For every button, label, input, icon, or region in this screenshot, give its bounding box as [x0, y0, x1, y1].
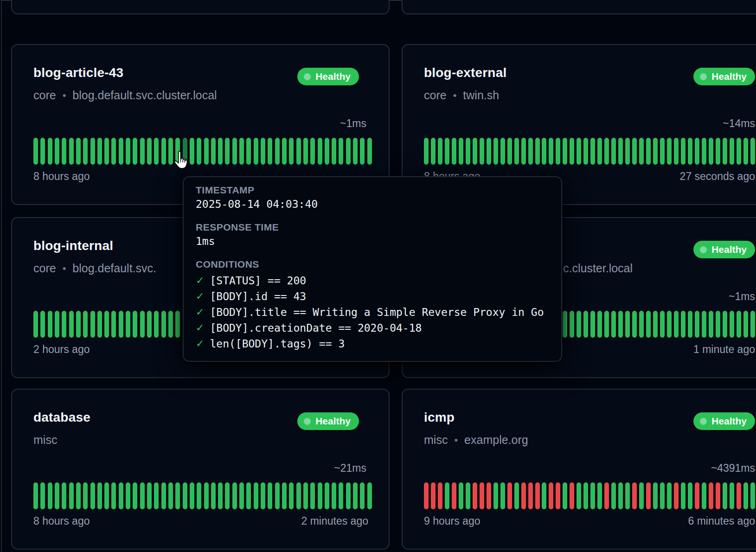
uptime-bar[interactable]	[268, 138, 272, 165]
uptime-bar[interactable]	[632, 482, 637, 509]
uptime-bar[interactable]	[660, 311, 665, 338]
uptime-bar[interactable]	[126, 482, 130, 509]
uptime-bar[interactable]	[119, 311, 123, 338]
uptime-bar[interactable]	[147, 482, 152, 509]
uptime-bar[interactable]	[261, 138, 265, 165]
uptime-bar[interactable]	[424, 482, 429, 509]
uptime-bar[interactable]	[514, 138, 519, 165]
uptime-bar[interactable]	[583, 482, 588, 509]
uptime-bar[interactable]	[660, 138, 665, 165]
uptime-bar[interactable]	[275, 138, 280, 165]
uptime-bar[interactable]	[168, 311, 173, 338]
uptime-bar[interactable]	[218, 138, 223, 165]
uptime-bar[interactable]	[438, 482, 442, 509]
uptime-bar[interactable]	[154, 138, 159, 165]
uptime-bar[interactable]	[104, 138, 109, 165]
uptime-bar[interactable]	[104, 311, 109, 338]
uptime-bar[interactable]	[325, 138, 329, 165]
uptime-bar[interactable]	[332, 138, 336, 165]
uptime-bar[interactable]	[40, 482, 45, 509]
uptime-bar[interactable]	[583, 311, 588, 338]
uptime-bar[interactable]	[577, 311, 581, 338]
uptime-bar[interactable]	[147, 311, 152, 338]
uptime-bar[interactable]	[119, 482, 123, 509]
uptime-bar[interactable]	[445, 138, 449, 165]
uptime-bar[interactable]	[702, 482, 706, 509]
uptime-bar[interactable]	[563, 311, 567, 338]
uptime-bar[interactable]	[556, 138, 560, 165]
uptime-bar[interactable]	[183, 482, 187, 509]
uptime-bar[interactable]	[140, 482, 145, 509]
uptime-bar[interactable]	[254, 138, 258, 165]
uptime-bar[interactable]	[452, 138, 456, 165]
uptime-bar[interactable]	[723, 311, 727, 338]
uptime-bar[interactable]	[604, 138, 609, 165]
uptime-bar[interactable]	[590, 482, 595, 509]
uptime-bar[interactable]	[667, 311, 672, 338]
uptime-bar[interactable]	[69, 138, 74, 165]
uptime-bar[interactable]	[76, 482, 81, 509]
uptime-bar[interactable]	[296, 138, 301, 165]
uptime-bar[interactable]	[500, 482, 505, 509]
uptime-bar[interactable]	[723, 138, 727, 165]
uptime-bar[interactable]	[140, 138, 145, 165]
uptime-bar[interactable]	[161, 311, 166, 338]
uptime-bar[interactable]	[90, 138, 95, 165]
uptime-bar[interactable]	[695, 138, 699, 165]
endpoint-card[interactable]: database misc Healthy ~21ms 8 hours ago …	[11, 389, 390, 550]
uptime-bar[interactable]	[737, 311, 741, 338]
uptime-bar[interactable]	[33, 482, 38, 509]
uptime-bar[interactable]	[563, 138, 567, 165]
uptime-bar[interactable]	[69, 482, 74, 509]
uptime-bar[interactable]	[40, 311, 45, 338]
uptime-bar[interactable]	[62, 482, 66, 509]
uptime-bar[interactable]	[197, 482, 201, 509]
uptime-bar[interactable]	[431, 482, 436, 509]
uptime-bar[interactable]	[197, 138, 201, 165]
uptime-bar[interactable]	[646, 138, 651, 165]
uptime-bar[interactable]	[597, 311, 602, 338]
uptime-bar[interactable]	[577, 482, 581, 509]
uptime-bar[interactable]	[246, 482, 251, 509]
uptime-bar[interactable]	[535, 482, 540, 509]
uptime-bar[interactable]	[424, 138, 429, 165]
uptime-bar[interactable]	[625, 482, 630, 509]
uptime-bar[interactable]	[549, 138, 553, 165]
uptime-bar[interactable]	[211, 138, 216, 165]
uptime-bar[interactable]	[147, 138, 152, 165]
uptime-bar[interactable]	[83, 482, 88, 509]
uptime-bar[interactable]	[466, 482, 470, 509]
uptime-bar[interactable]	[702, 138, 706, 165]
uptime-bar[interactable]	[318, 138, 322, 165]
uptime-bar[interactable]	[473, 138, 477, 165]
uptime-bar[interactable]	[225, 138, 230, 165]
uptime-bar[interactable]	[583, 138, 588, 165]
uptime-bar[interactable]	[239, 482, 244, 509]
uptime-bar[interactable]	[743, 138, 748, 165]
uptime-bar[interactable]	[97, 138, 102, 165]
uptime-bar[interactable]	[48, 482, 52, 509]
uptime-bar[interactable]	[353, 482, 358, 509]
uptime-bar[interactable]	[681, 311, 686, 338]
uptime-bar[interactable]	[466, 138, 470, 165]
uptime-bar[interactable]	[667, 482, 672, 509]
uptime-bar[interactable]	[325, 482, 329, 509]
uptime-bar[interactable]	[332, 482, 336, 509]
uptime-bar[interactable]	[611, 138, 616, 165]
uptime-bar[interactable]	[48, 138, 52, 165]
uptime-bar[interactable]	[346, 482, 351, 509]
uptime-bar[interactable]	[646, 311, 651, 338]
uptime-bar[interactable]	[723, 482, 727, 509]
uptime-bar[interactable]	[353, 138, 358, 165]
uptime-bar[interactable]	[111, 311, 116, 338]
uptime-bar[interactable]	[296, 482, 301, 509]
uptime-bar[interactable]	[709, 482, 713, 509]
uptime-bar[interactable]	[590, 138, 595, 165]
uptime-bar[interactable]	[218, 482, 223, 509]
uptime-bar[interactable]	[730, 138, 734, 165]
uptime-bar[interactable]	[695, 482, 699, 509]
uptime-bar[interactable]	[97, 311, 102, 338]
uptime-bar[interactable]	[303, 482, 308, 509]
uptime-bar[interactable]	[133, 138, 137, 165]
uptime-bar[interactable]	[246, 138, 251, 165]
